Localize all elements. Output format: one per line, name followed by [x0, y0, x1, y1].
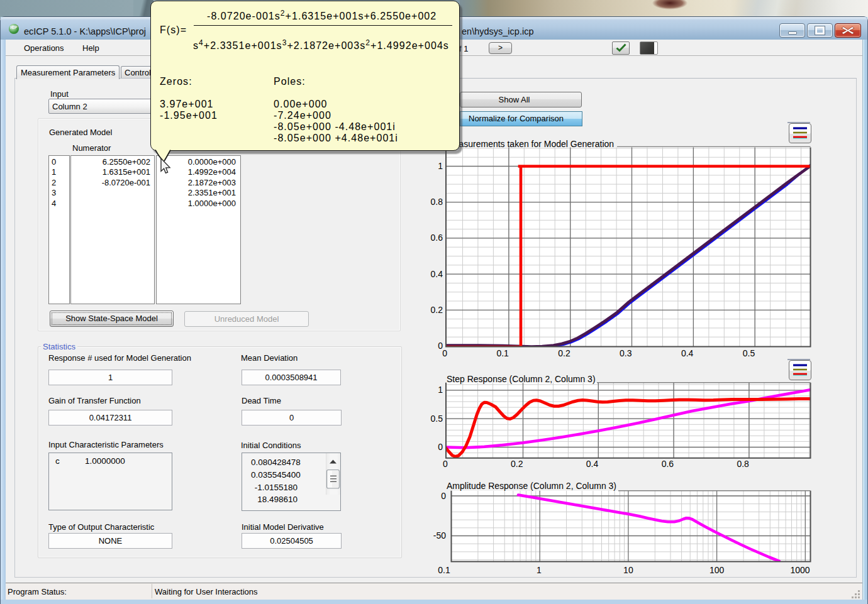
- svg-text:100: 100: [709, 565, 725, 575]
- svg-text:0.3: 0.3: [620, 348, 632, 358]
- svg-text:0.2: 0.2: [431, 305, 443, 315]
- svg-text:0.1: 0.1: [496, 348, 509, 358]
- svg-text:0.4: 0.4: [586, 459, 599, 469]
- svg-text:0.4: 0.4: [681, 348, 694, 358]
- svg-text:Step Response (Column 2, Colum: Step Response (Column 2, Column 3): [447, 374, 596, 384]
- svg-text:0.6: 0.6: [431, 233, 443, 243]
- svg-text:0: 0: [441, 491, 446, 501]
- svg-text:0.5: 0.5: [431, 414, 443, 424]
- svg-text:0: 0: [442, 348, 447, 358]
- svg-text:0.8: 0.8: [737, 459, 749, 469]
- svg-text:1: 1: [438, 161, 443, 171]
- svg-text:0.4: 0.4: [431, 269, 443, 279]
- svg-text:0.5: 0.5: [743, 348, 755, 358]
- svg-text:10: 10: [623, 565, 633, 575]
- svg-text:0.6: 0.6: [662, 459, 674, 469]
- svg-text:0.2: 0.2: [558, 348, 570, 358]
- svg-text:0.2: 0.2: [511, 459, 523, 469]
- svg-text:0: 0: [438, 442, 443, 452]
- svg-text:Amplitude Response (Column 2,: Amplitude Response (Column 2, Column 3): [447, 481, 616, 491]
- svg-text:1: 1: [438, 385, 443, 395]
- svg-text:0.1: 0.1: [438, 565, 450, 575]
- svg-text:-50: -50: [433, 530, 446, 541]
- svg-text:0: 0: [438, 341, 443, 351]
- svg-text:Measurements taken for Model G: Measurements taken for Model Generation: [447, 139, 614, 149]
- svg-text:0.8: 0.8: [431, 197, 443, 207]
- svg-text:0: 0: [443, 459, 448, 469]
- svg-text:1: 1: [537, 565, 542, 575]
- svg-text:1000: 1000: [790, 565, 810, 575]
